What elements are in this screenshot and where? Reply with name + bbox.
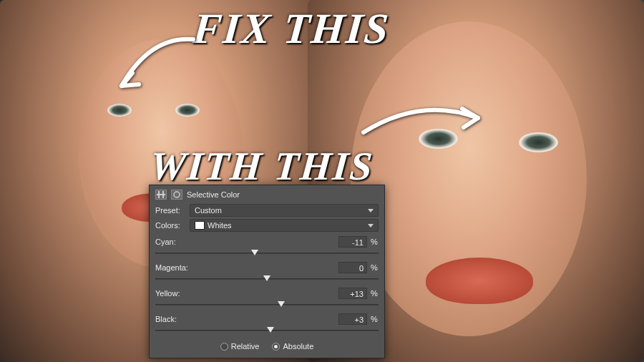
yellow-value-input[interactable]: +13	[338, 288, 367, 299]
cyan-label: Cyan:	[155, 238, 176, 246]
relative-label: Relative	[231, 342, 260, 351]
arrow-to-before	[107, 29, 200, 100]
cyan-value-input[interactable]: -11	[338, 236, 367, 248]
colors-row: Colors: Whites	[155, 219, 379, 232]
preset-value: Custom	[195, 206, 222, 215]
percent-label: %	[370, 315, 379, 323]
color-swatch-icon	[195, 221, 205, 230]
cyan-slider[interactable]	[155, 249, 379, 258]
black-slider-row: Black: +3 %	[155, 313, 379, 335]
panel-title: Selective Color	[187, 190, 240, 199]
eye-placeholder	[107, 104, 132, 117]
yellow-slider[interactable]	[155, 300, 379, 309]
slider-thumb[interactable]	[278, 301, 285, 307]
svg-point-3	[174, 192, 180, 197]
slider-track	[155, 304, 379, 305]
lips-placeholder	[426, 258, 533, 304]
arrow-to-after	[356, 93, 485, 150]
percent-label: %	[370, 289, 379, 298]
relative-radio[interactable]: Relative	[220, 342, 260, 351]
preset-label: Preset:	[155, 206, 190, 215]
magenta-label: Magenta:	[155, 263, 188, 272]
black-label: Black:	[155, 315, 177, 323]
chevron-down-icon	[368, 224, 374, 228]
colors-label: Colors:	[155, 221, 190, 230]
absolute-radio[interactable]: Absolute	[272, 342, 313, 351]
magenta-value-input[interactable]: 0	[338, 262, 367, 273]
yellow-label: Yellow:	[155, 289, 180, 298]
svg-rect-2	[162, 191, 164, 198]
slider-thumb[interactable]	[267, 327, 274, 333]
preset-row: Preset: Custom	[155, 204, 379, 217]
colors-select[interactable]: Whites	[190, 219, 379, 232]
absolute-label: Absolute	[283, 342, 313, 351]
cyan-slider-row: Cyan: -11 %	[155, 236, 379, 258]
slider-thumb[interactable]	[251, 250, 258, 255]
percent-label: %	[370, 238, 379, 246]
eye-placeholder	[175, 104, 200, 117]
black-slider[interactable]	[155, 326, 379, 335]
preset-menu-icon[interactable]	[171, 190, 182, 200]
panel-header: Selective Color	[155, 190, 379, 200]
percent-label: %	[370, 263, 379, 272]
magenta-slider-row: Magenta: 0 %	[155, 262, 379, 283]
slider-thumb[interactable]	[263, 275, 270, 281]
eye-placeholder	[519, 132, 558, 152]
preset-select[interactable]: Custom	[190, 204, 379, 217]
overlay-text-with-this: WITH THIS	[148, 143, 376, 189]
selective-color-panel: Selective Color Preset: Custom Colors: W…	[149, 185, 385, 358]
radio-icon	[272, 343, 280, 351]
adjustment-icon[interactable]	[155, 190, 167, 200]
yellow-slider-row: Yellow: +13 %	[155, 288, 379, 309]
mode-radio-group: Relative Absolute	[155, 342, 379, 351]
chevron-down-icon	[368, 209, 374, 212]
magenta-slider[interactable]	[155, 275, 379, 283]
slider-track	[155, 253, 379, 254]
svg-rect-1	[158, 191, 160, 198]
radio-icon	[220, 343, 228, 351]
colors-value: Whites	[208, 221, 232, 230]
svg-rect-0	[157, 194, 165, 195]
black-value-input[interactable]: +3	[338, 313, 367, 325]
overlay-text-fix-this: FIX THIS	[191, 4, 391, 54]
